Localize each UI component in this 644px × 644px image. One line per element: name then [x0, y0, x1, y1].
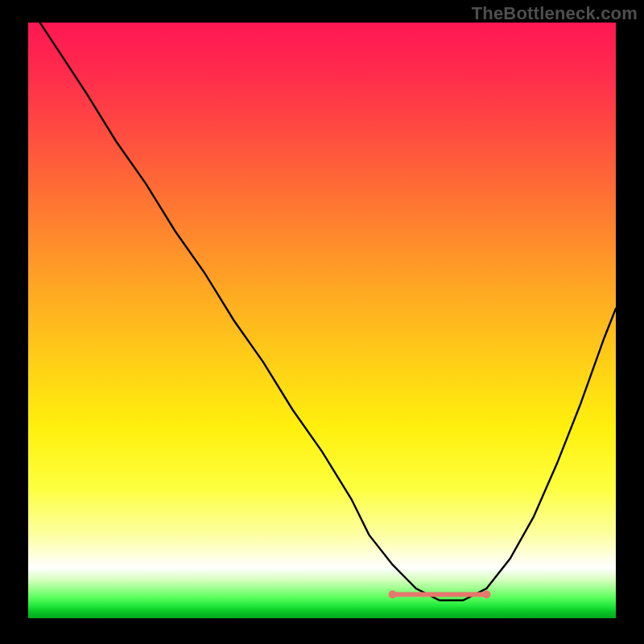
plot-area — [28, 23, 616, 618]
optimal-zone-start-marker — [389, 590, 397, 598]
watermark-text: TheBottleneck.com — [472, 3, 638, 24]
curve-layer — [28, 23, 616, 618]
chart-container: TheBottleneck.com — [0, 0, 644, 644]
optimal-zone-end-marker — [482, 590, 490, 598]
bottleneck-curve — [40, 23, 616, 601]
